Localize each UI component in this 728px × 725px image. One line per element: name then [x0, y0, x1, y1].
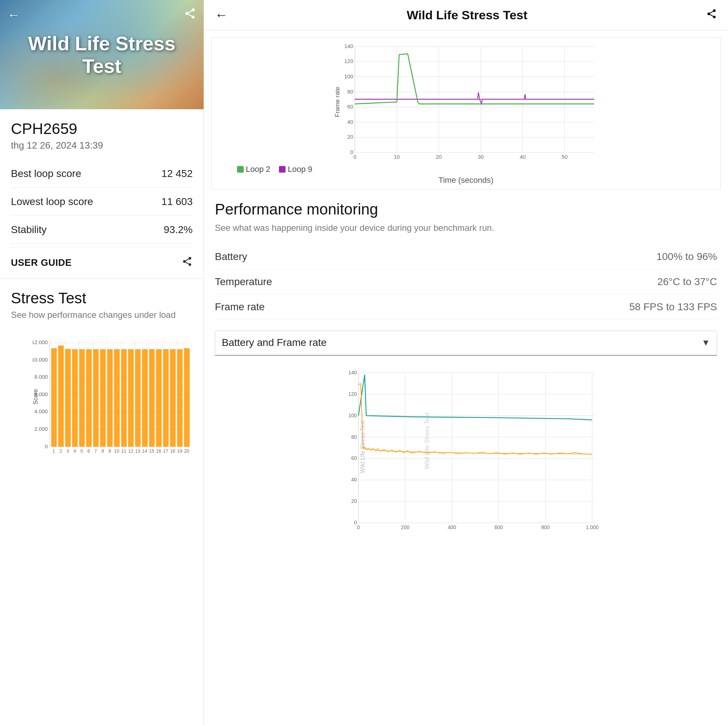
svg-rect-27 — [128, 349, 134, 447]
device-name: CPH2659 — [11, 120, 193, 138]
svg-text:5: 5 — [81, 448, 83, 454]
battery-row: Battery 100% to 96% — [215, 244, 717, 269]
svg-text:Score: Score — [33, 389, 38, 405]
user-guide-label[interactable]: USER GUIDE — [11, 257, 72, 268]
svg-text:Wild Life Stress Test: Wild Life Stress Test — [424, 413, 430, 469]
svg-text:8: 8 — [102, 448, 104, 454]
left-panel: ← Wild Life Stress Test CPH2659 thg 12 2… — [0, 0, 204, 725]
right-panel: ← Wild Life Stress Test Frame rate 0 20 … — [204, 0, 728, 725]
svg-rect-29 — [142, 349, 148, 447]
right-header: ← Wild Life Stress Test — [204, 0, 728, 30]
svg-rect-35 — [184, 348, 190, 447]
svg-text:12: 12 — [128, 448, 133, 454]
svg-rect-17 — [58, 346, 64, 447]
legend-color-loop9 — [279, 166, 286, 173]
best-loop-label: Best loop score — [11, 168, 81, 179]
svg-text:1: 1 — [52, 448, 55, 454]
svg-text:60: 60 — [347, 103, 353, 110]
svg-rect-19 — [72, 349, 78, 447]
svg-text:Frame rate: Frame rate — [334, 87, 341, 117]
svg-text:100: 100 — [344, 73, 353, 80]
right-title: Wild Life Stress Test — [407, 8, 528, 22]
svg-text:120: 120 — [344, 58, 353, 64]
framerate-row: Frame rate 58 FPS to 133 FPS — [215, 295, 717, 320]
top-chart-card: Frame rate 0 20 40 60 80 100 120 140 — [211, 38, 721, 190]
svg-text:2.000: 2.000 — [35, 426, 48, 432]
svg-text:4: 4 — [73, 448, 76, 454]
svg-text:Wild Life Stress Test: Wild Life Stress Test — [359, 420, 366, 473]
hero-title: Wild Life Stress Test — [0, 32, 203, 77]
svg-text:7: 7 — [94, 448, 97, 454]
back-button-right[interactable]: ← — [215, 7, 228, 23]
svg-text:40: 40 — [352, 477, 357, 482]
svg-rect-30 — [149, 349, 155, 447]
svg-text:0: 0 — [354, 519, 357, 525]
legend-loop2: Loop 2 — [237, 165, 270, 174]
svg-rect-16 — [51, 348, 57, 447]
svg-text:10: 10 — [394, 154, 400, 160]
svg-text:17: 17 — [163, 448, 168, 454]
share-button-hero[interactable] — [184, 7, 196, 22]
svg-text:140: 140 — [344, 44, 353, 49]
svg-text:11: 11 — [121, 448, 126, 454]
svg-text:4.000: 4.000 — [35, 408, 48, 415]
svg-text:3: 3 — [66, 448, 69, 454]
x-axis-label-top: Time (seconds) — [219, 176, 713, 185]
stress-title: Stress Test — [11, 289, 193, 307]
svg-text:20: 20 — [184, 448, 189, 454]
svg-text:120: 120 — [349, 391, 357, 396]
legend-label-loop9: Loop 9 — [288, 165, 312, 174]
svg-text:200: 200 — [401, 524, 409, 530]
dropdown-arrow-icon: ▼ — [701, 338, 710, 348]
svg-rect-24 — [107, 349, 113, 447]
svg-text:40: 40 — [520, 154, 526, 160]
svg-text:400: 400 — [448, 524, 456, 530]
svg-text:140: 140 — [349, 370, 357, 375]
svg-text:40: 40 — [347, 119, 353, 125]
svg-text:16: 16 — [156, 448, 161, 454]
svg-text:2: 2 — [60, 448, 62, 454]
share-button-right[interactable] — [706, 8, 717, 22]
back-button-left[interactable]: ← — [7, 7, 20, 23]
stability-label: Stability — [11, 224, 47, 236]
svg-text:6: 6 — [87, 448, 90, 454]
share-icon-guide[interactable] — [182, 256, 193, 269]
legend-loop9: Loop 9 — [279, 165, 312, 174]
hero-image: ← Wild Life Stress Test — [0, 0, 203, 109]
perf-title: Performance monitoring — [215, 200, 717, 218]
legend-label-loop2: Loop 2 — [246, 165, 270, 174]
svg-text:100: 100 — [349, 412, 357, 418]
stability-value: 93.2% — [164, 224, 193, 236]
svg-text:60: 60 — [352, 455, 357, 461]
dropdown-section: Battery and Frame rate ▼ — [204, 323, 728, 356]
perf-section: Performance monitoring See what was happ… — [204, 190, 728, 323]
svg-rect-33 — [170, 349, 176, 447]
svg-text:0: 0 — [353, 154, 356, 160]
svg-text:18: 18 — [170, 448, 175, 454]
svg-rect-31 — [156, 349, 162, 447]
svg-text:20: 20 — [347, 134, 353, 140]
svg-text:20: 20 — [352, 498, 357, 504]
svg-text:8.000: 8.000 — [35, 374, 48, 380]
bottom-chart-section: Wild Life Stress Test 0 20 40 60 80 100 … — [204, 356, 728, 543]
dropdown-selected-label: Battery and Frame rate — [222, 337, 327, 349]
svg-rect-20 — [79, 349, 85, 447]
svg-text:80: 80 — [347, 89, 353, 95]
svg-text:30: 30 — [478, 154, 484, 160]
svg-rect-28 — [135, 349, 141, 447]
svg-text:50: 50 — [561, 154, 568, 160]
battery-value: 100% to 96% — [656, 251, 717, 263]
svg-rect-23 — [100, 349, 106, 447]
svg-rect-26 — [121, 349, 127, 447]
svg-text:0: 0 — [350, 149, 353, 155]
svg-rect-25 — [114, 349, 120, 447]
stress-chart-container: 0 2.000 4.000 6.000 8.000 10.000 12.000 … — [11, 329, 193, 489]
svg-rect-34 — [177, 349, 183, 447]
chart-type-dropdown[interactable]: Battery and Frame rate ▼ — [215, 330, 717, 355]
svg-text:13: 13 — [135, 448, 140, 454]
temperature-value: 26°C to 37°C — [658, 276, 717, 288]
framerate-label: Frame rate — [215, 301, 265, 313]
chart-legend: Loop 2 Loop 9 — [237, 165, 713, 174]
lowest-loop-label: Lowest loop score — [11, 196, 93, 208]
svg-text:1.000: 1.000 — [586, 524, 599, 530]
